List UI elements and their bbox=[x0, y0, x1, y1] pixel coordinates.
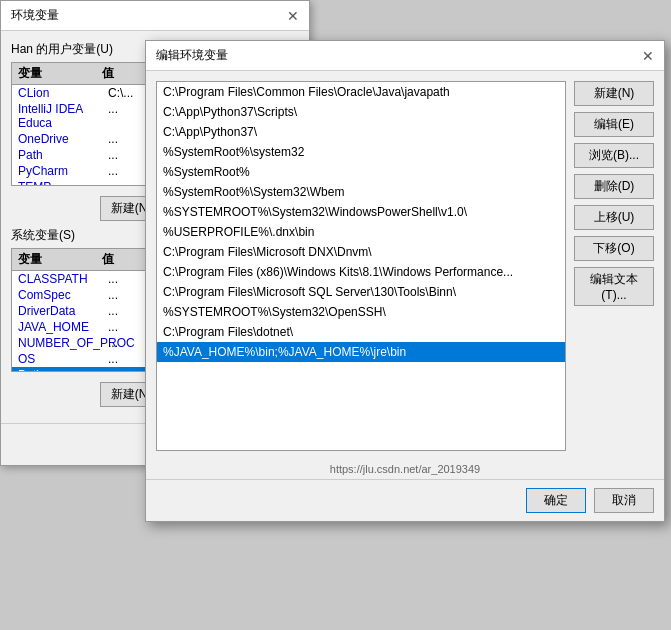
list-item[interactable]: C:\Program Files\Common Files\Oracle\Jav… bbox=[157, 82, 565, 102]
system-col-var: 变量 bbox=[18, 251, 42, 268]
user-col-value: 值 bbox=[102, 65, 114, 82]
inner-edit-button[interactable]: 编辑(E) bbox=[574, 112, 654, 137]
list-item[interactable]: C:\Program Files (x86)\Windows Kits\8.1\… bbox=[157, 262, 565, 282]
inner-cancel-button[interactable]: 取消 bbox=[594, 488, 654, 513]
list-item[interactable]: C:\Program Files\Microsoft DNX\Dnvm\ bbox=[157, 242, 565, 262]
inner-move-up-button[interactable]: 上移(U) bbox=[574, 205, 654, 230]
inner-browse-button[interactable]: 浏览(B)... bbox=[574, 143, 654, 168]
list-item[interactable]: C:\Program Files\dotnet\ bbox=[157, 322, 565, 342]
inner-dialog: 编辑环境变量 ✕ C:\Program Files\Common Files\O… bbox=[145, 40, 665, 522]
list-item-selected[interactable]: %JAVA_HOME%\bin;%JAVA_HOME%\jre\bin bbox=[157, 342, 565, 362]
list-item[interactable]: C:\Program Files\Microsoft SQL Server\13… bbox=[157, 282, 565, 302]
inner-dialog-title: 编辑环境变量 bbox=[156, 47, 228, 64]
footer-note: https://jlu.csdn.net/ar_2019349 bbox=[146, 461, 664, 479]
list-item[interactable]: C:\App\Python37\Scripts\ bbox=[157, 102, 565, 122]
inner-dialog-buttons: 新建(N) 编辑(E) 浏览(B)... 删除(D) 上移(U) 下移(O) 编… bbox=[574, 81, 654, 451]
outer-dialog-title: 环境变量 bbox=[11, 7, 59, 24]
inner-title-bar: 编辑环境变量 ✕ bbox=[146, 41, 664, 71]
user-col-var: 变量 bbox=[18, 65, 42, 82]
system-col-value: 值 bbox=[102, 251, 114, 268]
inner-move-down-button[interactable]: 下移(O) bbox=[574, 236, 654, 261]
list-item[interactable]: %SYSTEMROOT%\System32\WindowsPowerShell\… bbox=[157, 202, 565, 222]
inner-delete-button[interactable]: 删除(D) bbox=[574, 174, 654, 199]
path-list[interactable]: C:\Program Files\Common Files\Oracle\Jav… bbox=[156, 81, 566, 451]
inner-dialog-body: C:\Program Files\Common Files\Oracle\Jav… bbox=[146, 71, 664, 461]
inner-new-button[interactable]: 新建(N) bbox=[574, 81, 654, 106]
inner-edit-text-button[interactable]: 编辑文本(T)... bbox=[574, 267, 654, 306]
list-item[interactable]: %SystemRoot% bbox=[157, 162, 565, 182]
inner-dialog-footer: 确定 取消 bbox=[146, 479, 664, 521]
inner-ok-button[interactable]: 确定 bbox=[526, 488, 586, 513]
list-item[interactable]: C:\App\Python37\ bbox=[157, 122, 565, 142]
list-item[interactable]: %SystemRoot%\system32 bbox=[157, 142, 565, 162]
inner-close-button[interactable]: ✕ bbox=[642, 49, 654, 63]
list-item[interactable]: %SystemRoot%\System32\Wbem bbox=[157, 182, 565, 202]
outer-title-bar: 环境变量 ✕ bbox=[1, 1, 309, 31]
list-item[interactable]: %USERPROFILE%\.dnx\bin bbox=[157, 222, 565, 242]
outer-close-button[interactable]: ✕ bbox=[287, 9, 299, 23]
list-item[interactable]: %SYSTEMROOT%\System32\OpenSSH\ bbox=[157, 302, 565, 322]
